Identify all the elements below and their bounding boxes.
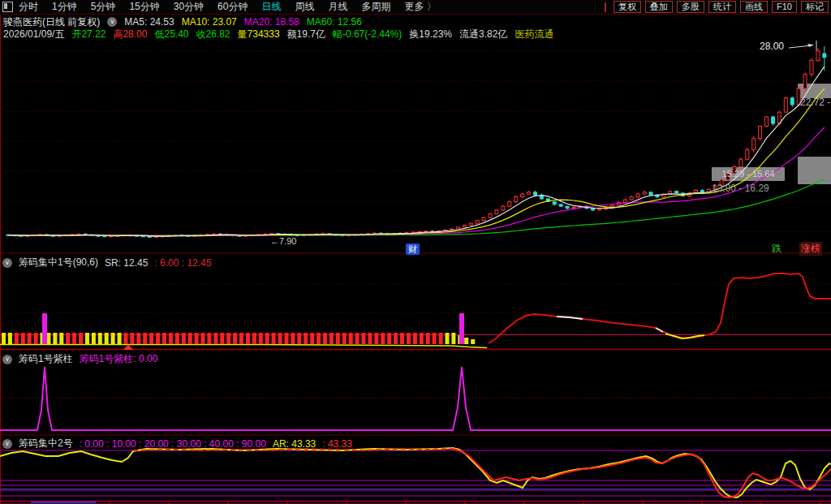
panel2-bar [182,333,186,344]
panel4-title: 筹码集中2号 [19,437,73,450]
panel2-bar [349,333,353,344]
panel2-bar [259,333,263,344]
collapse-icon[interactable]: ∨ [2,258,12,268]
panel4-magenta-values: : 0.00 : 10.00 : 20.00 : 30.00 : 40.00 :… [80,438,266,450]
ma-label: MA60: 12.56 [307,16,362,28]
quote-field: 高28.00 [113,28,147,41]
toolbar-separator [605,2,606,12]
quote-row: 2026/01/09/五开27.22高28.00低25.40收26.82量734… [3,28,553,41]
toolbar-button[interactable]: F10 [772,1,797,13]
candle-body [463,225,466,226]
collapse-icon[interactable]: ∨ [2,355,12,364]
panel2-bar [111,333,115,344]
panel2-bar [265,333,269,344]
period-tab[interactable]: 日线 [261,0,281,14]
quote-field: 额19.7亿 [287,28,325,41]
panel2-spike [459,313,464,344]
panel2-bar [252,333,256,344]
stock-info-row: 骏燕医药(日线 前复权) ∨ MA5: 24.53MA10: 23.07MA20… [3,15,362,29]
gap-band [798,157,831,184]
panel2-bar [124,333,128,344]
panel2-red-values: : 6.00 : 12.45 [154,257,211,269]
panel2-bar [220,333,224,344]
panel2-bar [105,333,109,344]
candle-body [533,192,536,195]
toolbar-button[interactable]: 多股 [677,1,704,13]
toolbar-button[interactable]: 叠加 [645,1,673,13]
period-tab[interactable]: 1分钟 [52,0,77,14]
panel4-ar-value: AR: 43.33 [273,438,316,450]
panel3-title: 筹码1号紫柱 [19,352,73,366]
panel2-bar [407,333,411,344]
candle-body [456,227,459,229]
panel2-bar [471,339,475,344]
panel2-bar [226,333,230,344]
candle-body [515,197,518,202]
gap-range-label-1: 15.29 - 15.64 [712,167,785,181]
toolbar-button[interactable]: 统计 [708,1,736,13]
period-tab[interactable]: 60分钟 [217,0,248,14]
panel2-white-segment [656,328,663,332]
period-tab[interactable]: 30分钟 [174,0,204,14]
panel2-bar [21,333,25,344]
toolbar-button[interactable]: 标记 [801,1,829,13]
panel2-bar [53,333,57,344]
panel2-bar [323,333,327,344]
period-tab[interactable]: 周线 [295,0,314,14]
candle-body [450,229,453,230]
panel2-bar [272,333,276,344]
candle-body [771,117,774,123]
panel2-title: 筹码集中1号(90,6) [19,256,98,269]
toolbar-button[interactable]: 复权 [614,1,641,13]
candle-body [508,201,511,206]
panel2-bar [59,333,63,344]
gap-range-label-2: 13.90 - 16.29 [712,183,769,194]
finance-tag[interactable]: 财 [406,243,420,255]
panel2-bar [278,333,282,344]
panel2-bar [130,333,134,344]
candle-body [482,218,485,220]
fall-tag[interactable]: 跌 [772,242,781,256]
period-tab[interactable]: 5分钟 [91,0,116,14]
period-tab[interactable]: 多周期 [361,0,390,14]
price-arrow [789,45,812,48]
gainers-tag[interactable]: 涨榜 [799,242,822,256]
quote-field: 幅-0.67(-2.44%) [333,28,402,41]
window-icon[interactable] [2,2,13,12]
ma60-line [8,179,825,236]
panel2-white-segment [557,317,583,319]
panel2-bar [329,333,334,344]
panel2-bar [433,333,437,344]
panel2-bar [368,333,372,344]
collapse-icon[interactable]: ∨ [107,17,117,27]
panel2-bar [15,333,19,344]
candle-body [521,194,524,196]
panel2-bar [374,333,378,344]
toolbar-button[interactable]: 画线 [740,1,768,13]
toolbar: 分时1分钟5分钟15分钟30分钟60分钟日线周线月线多周期更多 〉 复权叠加多股… [0,0,831,15]
price-high-label: 28.00 [760,41,784,52]
collapse-icon[interactable]: ∨ [2,439,12,449]
period-tabs: 分时1分钟5分钟15分钟30分钟60分钟日线周线月线多周期更多 〉 [19,0,437,14]
panel2-bar [362,333,366,344]
period-tab[interactable]: 15分钟 [129,0,159,14]
panel2-bar [310,333,314,344]
toolbar-buttons: 复权叠加多股统计画线F10标记 [605,1,829,13]
panel3-header: ∨ 筹码1号紫柱 筹码1号紫柱: 0.00 [2,352,157,366]
panel2-bar [136,333,140,344]
candle-body [739,159,743,166]
candle-body [630,197,633,200]
period-tab[interactable]: 分时 [19,0,38,14]
candle-body [572,207,575,208]
panel2-bar [394,333,398,344]
quote-field: 低25.40 [154,28,188,41]
panel2-bar [239,333,243,344]
candle-body [469,223,472,225]
panel2-bar [246,333,250,344]
candle-body [759,127,762,139]
period-tab[interactable]: 更多 〉 [404,0,436,14]
panel2-bar [439,333,443,344]
quote-field: 量734333 [238,28,280,41]
period-tab[interactable]: 月线 [328,0,347,14]
candle-body [103,236,106,237]
